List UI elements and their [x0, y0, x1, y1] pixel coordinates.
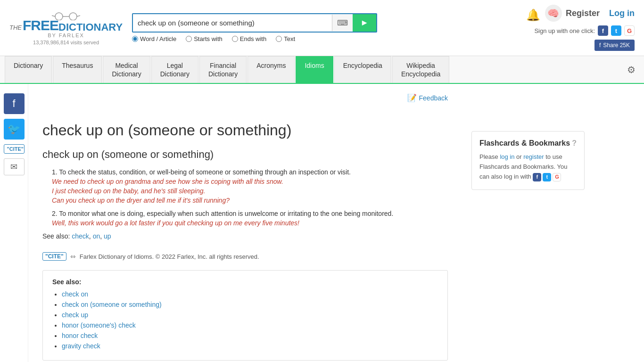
flashcards-box: Flashcards & Bookmarks ? Please log in o… — [471, 131, 585, 189]
flashcards-login-link[interactable]: log in — [500, 153, 514, 160]
tab-legal-dictionary[interactable]: LegalDictionary — [151, 56, 198, 83]
flashcards-social-icons: f t G — [533, 173, 561, 181]
login-button[interactable]: Log in — [609, 8, 635, 18]
share-label: Share 25K — [603, 42, 630, 49]
tab-medical-dictionary[interactable]: MedicalDictionary — [103, 56, 150, 83]
list-item: gravity check — [62, 342, 438, 350]
main-title: check up on (someone or something) — [42, 122, 448, 139]
tab-dictionary[interactable]: Dictionary — [5, 56, 52, 83]
tab-financial-dictionary[interactable]: FinancialDictionary — [199, 56, 247, 83]
see-also-list: check on check on (someone or something)… — [52, 290, 438, 350]
search-area: ⌨ ► Word / Article Starts with Ends with… — [132, 13, 377, 42]
example-1-3: Can you check up on the dryer and tell m… — [52, 197, 448, 204]
bell-icon[interactable]: 🔔 — [526, 8, 540, 22]
twitter-share-button[interactable]: 🐦 — [4, 119, 25, 140]
logo-free: FREE — [23, 18, 58, 33]
see-also-link-gravity-check[interactable]: gravity check — [62, 342, 100, 350]
see-also-label: See also: — [42, 232, 72, 240]
def-num-2: 2. — [52, 210, 59, 217]
logo-area: THE FREE DICTIONARY BY FARLEX 13,378,986… — [9, 11, 123, 45]
tab-thesaurus[interactable]: Thesaurus — [53, 56, 102, 83]
register-label: Register — [566, 8, 600, 18]
register-button[interactable]: 🧠 Register — [545, 5, 600, 22]
facebook-signin-icon[interactable]: f — [598, 25, 608, 36]
facebook-share-button[interactable]: f — [4, 93, 25, 114]
logo-text: THE FREE DICTIONARY — [9, 18, 123, 33]
see-also-link-on[interactable]: on — [93, 232, 100, 240]
auth-buttons: 🧠 Register Log in — [545, 5, 635, 22]
keyboard-button[interactable]: ⌨ — [332, 15, 353, 31]
visits-count: 13,378,986,814 visits served — [33, 40, 99, 45]
flashcards-goog-icon[interactable]: G — [553, 173, 561, 181]
header: 🔔 THE FREE DICTIONARY BY FARLEX 13,378,9… — [0, 0, 644, 56]
flashcards-fb-icon[interactable]: f — [533, 173, 541, 181]
def-text-2: To monitor what one is doing, especially… — [59, 210, 393, 217]
content-area: 📝 Feedback check up on (someone or somet… — [28, 84, 462, 362]
see-also-link-check-on[interactable]: check on — [62, 290, 88, 298]
see-also-inline: See also: check, on, up — [42, 232, 448, 240]
right-panel: Flashcards & Bookmarks ? Please log in o… — [462, 84, 594, 362]
tab-acronyms[interactable]: Acronyms — [248, 56, 295, 83]
see-also-link-honor-someones-check[interactable]: honor (someone's) check — [62, 321, 136, 329]
share-icon: f — [599, 42, 601, 49]
option-ends-with[interactable]: Ends with — [232, 35, 266, 42]
see-also-link-check-on-someone[interactable]: check on (someone or something) — [62, 301, 162, 308]
see-also-box-title: See also: — [52, 278, 438, 286]
feedback-button[interactable]: 📝 Feedback — [407, 93, 448, 102]
svg-line-3 — [52, 16, 55, 16]
list-item: honor (someone's) check — [62, 321, 438, 329]
option-starts-with[interactable]: Starts with — [186, 35, 223, 42]
feedback-label: Feedback — [419, 94, 448, 102]
flashcards-title-row: Flashcards & Bookmarks ? — [479, 139, 577, 148]
search-input-row: ⌨ ► — [132, 13, 377, 33]
definition-1: 1. To check the status, condition, or we… — [52, 168, 448, 204]
tab-idioms[interactable]: Idioms — [296, 56, 333, 83]
see-also-box: See also: check on check on (someone or … — [42, 270, 448, 361]
svg-line-4 — [77, 16, 80, 16]
list-item: check on (someone or something) — [62, 301, 438, 308]
tab-encyclopedia[interactable]: Encyclopedia — [334, 56, 391, 83]
list-item: check on — [62, 290, 438, 298]
option-word-article[interactable]: Word / Article — [132, 35, 176, 42]
logo-the: THE — [9, 25, 22, 33]
settings-gear-icon[interactable]: ⚙ — [623, 60, 639, 79]
auth-area: 🧠 Register Log in Sign up with one click… — [534, 5, 635, 51]
search-options: Word / Article Starts with Ends with Tex… — [132, 35, 377, 42]
see-also-link-check-up[interactable]: check up — [62, 311, 88, 319]
logo-farlex: BY FARLEX — [48, 33, 84, 38]
search-button[interactable]: ► — [353, 14, 376, 32]
twitter-signin-icon[interactable]: t — [611, 25, 621, 36]
cite-footer: "CITE" ⇔ Farlex Dictionary of Idioms. © … — [42, 247, 448, 261]
see-also-link-check[interactable]: check — [72, 232, 89, 240]
flashcards-text: Please log in or register to use Flashca… — [479, 152, 577, 181]
google-signin-icon[interactable]: G — [624, 25, 635, 36]
link-icon: ⇔ — [70, 253, 76, 260]
nav-tabs: Dictionary Thesaurus MedicalDictionary L… — [5, 56, 623, 83]
cite-button[interactable]: "CITE" — [4, 144, 25, 154]
def-num-1: 1. — [52, 168, 59, 176]
feedback-icon: 📝 — [407, 93, 417, 102]
tab-wikipedia-encyclopedia[interactable]: WikipediaEncyclopedia — [392, 56, 449, 83]
share-button[interactable]: f Share 25K — [594, 40, 635, 51]
flashcards-tw-icon[interactable]: t — [543, 173, 551, 181]
cite-text: Farlex Dictionary of Idioms. © 2022 Farl… — [80, 253, 259, 260]
flashcards-title-text: Flashcards & Bookmarks — [479, 139, 570, 148]
example-1-1: We need to check up on grandma and see h… — [52, 178, 448, 185]
logo-glasses — [52, 11, 80, 20]
signin-area: Sign up with one click: f t G — [534, 25, 635, 36]
def-text-1: To check the status, condition, or well-… — [59, 168, 351, 176]
see-also-link-up[interactable]: up — [104, 232, 111, 240]
option-text[interactable]: Text — [276, 35, 295, 42]
sidebar: f 🐦 "CITE" ✉ — [0, 84, 28, 362]
flashcards-register-link[interactable]: register — [523, 153, 544, 160]
email-share-button[interactable]: ✉ — [4, 158, 25, 175]
see-also-link-honor-check[interactable]: honor check — [62, 332, 98, 339]
definition-2: 2. To monitor what one is doing, especia… — [52, 210, 448, 227]
list-item: check up — [62, 311, 438, 319]
flashcards-question-mark[interactable]: ? — [572, 139, 577, 148]
example-1-2: I just checked up on the baby, and he's … — [52, 187, 448, 195]
navigation: Dictionary Thesaurus MedicalDictionary L… — [0, 56, 644, 84]
svg-point-0 — [55, 13, 63, 20]
search-input[interactable] — [133, 15, 332, 31]
cite-inline-button[interactable]: "CITE" — [42, 252, 66, 261]
